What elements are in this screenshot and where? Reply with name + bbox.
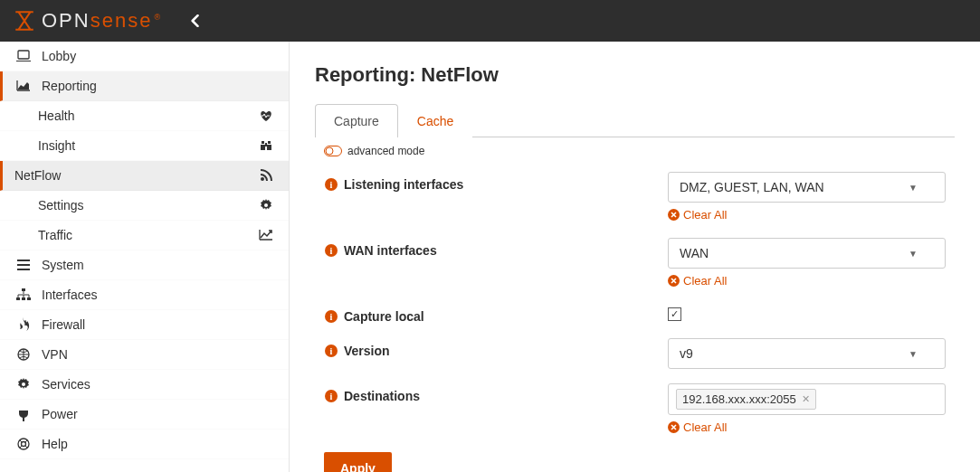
toggle-off-icon	[324, 146, 342, 156]
sidebar-item-label: Lobby	[42, 49, 274, 63]
sidebar-item-label: Insight	[38, 138, 258, 153]
sidebar-item-power[interactable]: Power	[0, 400, 289, 430]
clear-all-listening[interactable]: Clear All	[668, 208, 727, 222]
sidebar-item-label: NetFlow	[14, 168, 258, 183]
x-circle-icon	[668, 209, 680, 221]
rss-icon	[258, 169, 274, 182]
tab-cache[interactable]: Cache	[398, 104, 472, 137]
svg-rect-6	[27, 297, 31, 300]
info-icon: i	[324, 309, 338, 324]
sidebar: Lobby Reporting Health Insight NetFlow S…	[0, 42, 290, 472]
svg-point-1	[261, 177, 264, 181]
sidebar-item-label: VPN	[42, 347, 274, 362]
svg-text:i: i	[330, 346, 333, 356]
chevron-down-icon: ▼	[909, 183, 918, 193]
svg-rect-0	[18, 51, 29, 59]
sidebar-collapse-button[interactable]	[189, 14, 200, 27]
sidebar-item-label: System	[42, 258, 274, 272]
info-icon: i	[324, 389, 338, 403]
sidebar-subitem-insight[interactable]: Insight	[0, 131, 289, 161]
svg-point-12	[326, 147, 333, 155]
sidebar-item-system[interactable]: System	[0, 250, 289, 280]
gear-icon	[258, 199, 274, 212]
label-capture-local[interactable]: i Capture local	[324, 304, 668, 324]
svg-rect-5	[22, 297, 25, 300]
tab-bar: Capture Cache	[315, 103, 955, 137]
select-wan-interfaces[interactable]: WAN ▼	[668, 238, 946, 269]
sidebar-item-label: Help	[42, 437, 274, 451]
svg-point-8	[22, 382, 25, 386]
sidebar-item-label: Services	[42, 377, 274, 392]
sidebar-subitem-settings[interactable]: Settings	[0, 191, 289, 221]
label-listening-interfaces[interactable]: i Listening interfaces	[324, 172, 668, 192]
logo-mark-icon	[13, 9, 36, 33]
info-icon: i	[324, 243, 338, 258]
chevron-down-icon: ▼	[909, 249, 918, 259]
svg-point-10	[22, 442, 26, 447]
clear-all-wan[interactable]: Clear All	[668, 274, 727, 288]
brand-text-2: sense	[90, 9, 153, 33]
sidebar-item-firewall[interactable]: Firewall	[0, 310, 289, 340]
sidebar-item-label: Traffic	[38, 228, 258, 242]
sidebar-item-label: Health	[38, 109, 258, 123]
x-circle-icon	[668, 421, 680, 433]
svg-text:i: i	[330, 180, 333, 190]
select-value: v9	[680, 346, 693, 361]
input-destinations[interactable]: 192.168.xxx.xxx:2055 ✕	[668, 383, 946, 415]
sidebar-item-label: Power	[42, 407, 274, 421]
advanced-mode-toggle[interactable]: advanced mode	[315, 137, 955, 165]
label-wan-interfaces[interactable]: i WAN interfaces	[324, 238, 668, 258]
svg-text:i: i	[330, 312, 333, 322]
chevron-down-icon: ▼	[909, 349, 918, 359]
page-title: Reporting: NetFlow	[315, 63, 955, 87]
globe-icon	[14, 348, 33, 361]
main-content: Reporting: NetFlow Capture Cache advance…	[290, 42, 980, 472]
x-circle-icon	[668, 275, 680, 287]
laptop-icon	[14, 50, 33, 62]
sidebar-item-label: Interfaces	[42, 288, 274, 302]
brand-logo[interactable]: OPNsense®	[13, 9, 162, 33]
advanced-mode-label: advanced mode	[347, 145, 424, 157]
clear-all-destinations[interactable]: Clear All	[668, 420, 727, 434]
select-version[interactable]: v9 ▼	[668, 338, 946, 369]
area-chart-icon	[14, 80, 33, 92]
fire-icon	[14, 317, 33, 332]
bars-icon	[14, 260, 33, 270]
label-version[interactable]: i Version	[324, 338, 668, 358]
sidebar-item-help[interactable]: Help	[0, 430, 289, 459]
apply-button[interactable]: Apply	[324, 452, 392, 472]
select-listening-interfaces[interactable]: DMZ, GUEST, LAN, WAN ▼	[668, 172, 946, 203]
info-icon: i	[324, 177, 338, 192]
brand-text-1: OPN	[42, 9, 90, 33]
sidebar-subitem-health[interactable]: Health	[0, 101, 289, 131]
svg-point-2	[264, 203, 268, 207]
top-bar: OPNsense®	[0, 0, 980, 42]
sidebar-subitem-traffic[interactable]: Traffic	[0, 221, 289, 250]
life-ring-icon	[14, 438, 33, 450]
sidebar-item-vpn[interactable]: VPN	[0, 340, 289, 370]
gear-icon	[14, 378, 33, 391]
sidebar-item-reporting[interactable]: Reporting	[0, 71, 289, 101]
sitemap-icon	[14, 288, 33, 301]
svg-point-9	[18, 439, 29, 449]
svg-rect-4	[16, 297, 20, 300]
svg-text:i: i	[330, 246, 333, 256]
sidebar-item-services[interactable]: Services	[0, 370, 289, 400]
registered-mark: ®	[154, 13, 162, 22]
label-destinations[interactable]: i Destinations	[324, 383, 668, 403]
tab-capture[interactable]: Capture	[315, 104, 398, 137]
sidebar-item-interfaces[interactable]: Interfaces	[0, 280, 289, 310]
svg-rect-3	[22, 288, 25, 291]
svg-text:i: i	[330, 392, 333, 401]
heartbeat-icon	[258, 109, 274, 122]
sidebar-item-lobby[interactable]: Lobby	[0, 42, 289, 71]
sidebar-subitem-netflow[interactable]: NetFlow	[0, 161, 289, 191]
select-value: DMZ, GUEST, LAN, WAN	[680, 180, 824, 194]
sidebar-item-label: Settings	[38, 198, 258, 212]
info-icon: i	[324, 344, 338, 358]
destination-token: 192.168.xxx.xxx:2055 ✕	[676, 389, 816, 410]
line-chart-icon	[258, 229, 274, 241]
sidebar-item-label: Firewall	[42, 317, 274, 332]
checkbox-capture-local[interactable]: ✓	[668, 307, 681, 321]
remove-token-icon[interactable]: ✕	[802, 393, 810, 405]
